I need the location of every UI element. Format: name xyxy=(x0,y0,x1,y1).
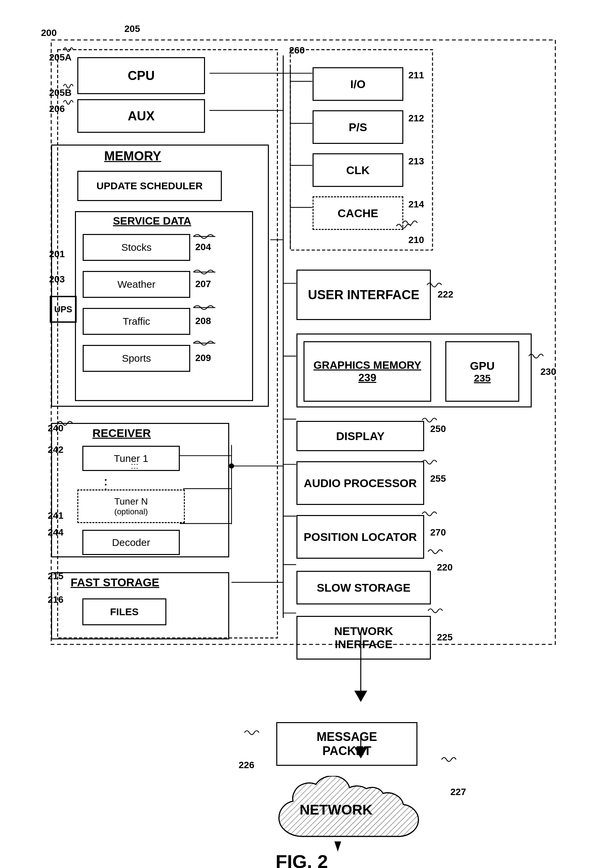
display-label: DISPLAY xyxy=(336,429,384,443)
label-205b: 205B xyxy=(49,87,71,98)
user-interface-label: USER INTERFACE xyxy=(308,288,419,302)
gpu-ref: 235 xyxy=(474,372,491,384)
label-211: 211 xyxy=(408,70,424,81)
traffic-box: Traffic xyxy=(83,308,190,335)
label-201: 201 xyxy=(49,249,65,259)
label-200: 200 xyxy=(41,28,57,38)
slow-storage-box: SLOW STORAGE xyxy=(296,571,431,604)
cpu-box: CPU xyxy=(77,57,205,94)
label-204: 204 xyxy=(195,242,211,253)
update-scheduler-box: UPDATE SCHEDULER xyxy=(77,171,222,201)
tuner1-label: Tuner 1 xyxy=(114,453,148,464)
receiver-title: RECEIVER xyxy=(93,426,151,440)
label-250: 250 xyxy=(430,423,446,434)
tuner-n-box: Tuner N (optional) xyxy=(77,490,185,523)
svg-point-26 xyxy=(229,463,234,468)
memory-box: MEMORY UPDATE SCHEDULER SERVICE DATA Sto… xyxy=(51,144,269,407)
ups-label: UPS xyxy=(54,304,72,315)
graphics-memory-box: GRAPHICS MEMORY 239 xyxy=(303,341,431,402)
label-230: 230 xyxy=(540,366,556,377)
stocks-label: Stocks xyxy=(121,242,152,253)
label-213: 213 xyxy=(408,156,424,167)
label-206: 206 xyxy=(49,104,65,114)
cache-label: CACHE xyxy=(338,207,378,220)
ups-box: UPS xyxy=(50,296,77,323)
files-label: FILES xyxy=(110,606,138,618)
label-216: 216 xyxy=(48,594,63,605)
label-207: 207 xyxy=(195,279,211,290)
sports-box: Sports xyxy=(83,345,190,372)
svg-text:NETWORK: NETWORK xyxy=(300,802,373,818)
label-222: 222 xyxy=(438,289,454,300)
clk-box: CLK xyxy=(313,153,403,187)
label-255: 255 xyxy=(430,473,446,484)
message-packet-line1: MESSAGE xyxy=(317,730,377,744)
graphics-memory-label: GRAPHICS MEMORY xyxy=(314,359,421,372)
io-label: I/O xyxy=(350,78,365,91)
graphics-memory-ref: 239 xyxy=(358,372,376,384)
label-240: 240 xyxy=(48,423,63,434)
aux-label: AUX xyxy=(128,109,155,123)
cpu-label: CPU xyxy=(128,68,155,83)
svg-marker-39 xyxy=(334,842,341,851)
update-scheduler-label: UPDATE SCHEDULER xyxy=(96,180,203,192)
io-box: I/O xyxy=(313,67,403,101)
ps-label: P/S xyxy=(349,121,367,134)
display-box: DISPLAY xyxy=(296,421,424,451)
label-205: 205 xyxy=(124,23,140,34)
weather-label: Weather xyxy=(118,279,156,290)
memory-title: MEMORY xyxy=(104,149,161,163)
label-227: 227 xyxy=(451,787,466,797)
user-interface-box: USER INTERFACE xyxy=(296,270,431,320)
label-260: 260 xyxy=(289,45,305,56)
service-data-title: SERVICE DATA xyxy=(113,215,191,227)
graphics-outer-box: GRAPHICS MEMORY 239 GPU 235 xyxy=(296,333,532,408)
audio-processor-box: AUDIO PROCESSOR xyxy=(296,461,424,505)
label-226: 226 xyxy=(238,760,254,770)
label-215: 215 xyxy=(48,571,63,581)
aux-box: AUX xyxy=(77,99,205,133)
tuner-n-label: Tuner N xyxy=(114,496,148,507)
position-locator-box: POSITION LOCATOR xyxy=(296,515,424,559)
label-241: 241 xyxy=(48,510,63,521)
label-242: 242 xyxy=(48,445,63,455)
label-220: 220 xyxy=(437,562,453,573)
svg-marker-34 xyxy=(354,690,367,702)
stocks-box: Stocks xyxy=(83,234,190,261)
weather-box: Weather xyxy=(83,271,190,298)
tuner1-box: Tuner 1 xyxy=(82,446,180,471)
receiver-box: RECEIVER Tuner 1 Tuner N (optional) Deco… xyxy=(51,423,229,557)
decoder-label: Decoder xyxy=(112,537,150,548)
clk-label: CLK xyxy=(346,164,370,177)
label-225: 225 xyxy=(437,632,453,643)
label-212: 212 xyxy=(408,113,424,124)
figure-caption: FIG. 2 xyxy=(276,851,328,868)
label-210: 210 xyxy=(408,235,424,245)
label-203: 203 xyxy=(49,274,65,285)
sports-label: Sports xyxy=(122,353,151,364)
fast-storage-box: FAST STORAGE FILES xyxy=(51,572,229,639)
label-214: 214 xyxy=(408,199,424,210)
label-244: 244 xyxy=(48,527,63,538)
cache-box: CACHE xyxy=(313,196,403,230)
label-270: 270 xyxy=(430,527,446,538)
ps-box: P/S xyxy=(313,110,403,144)
traffic-label: Traffic xyxy=(123,316,150,327)
service-data-box: SERVICE DATA Stocks Weather Traffic Spor… xyxy=(75,211,253,401)
audio-processor-label: AUDIO PROCESSOR xyxy=(304,477,417,490)
network-interface-line2: INERFACE xyxy=(335,638,393,651)
files-box: FILES xyxy=(82,598,166,625)
message-packet-box: MESSAGE PACKET xyxy=(276,722,417,766)
message-packet-line2: PACKET xyxy=(322,744,371,758)
network-cloud: NETWORK xyxy=(269,776,457,857)
tuner-n-optional: (optional) xyxy=(114,507,148,516)
label-209: 209 xyxy=(195,353,211,363)
gpu-box: GPU 235 xyxy=(445,341,519,402)
network-interface-box: NETWORK INERFACE xyxy=(296,616,431,660)
position-locator-label: POSITION LOCATOR xyxy=(304,530,417,544)
decoder-box: Decoder xyxy=(82,530,180,555)
fast-storage-title: FAST STORAGE xyxy=(71,576,159,589)
network-interface-line1: NETWORK xyxy=(334,625,393,638)
gpu-label: GPU xyxy=(470,360,495,372)
label-208: 208 xyxy=(195,316,211,326)
